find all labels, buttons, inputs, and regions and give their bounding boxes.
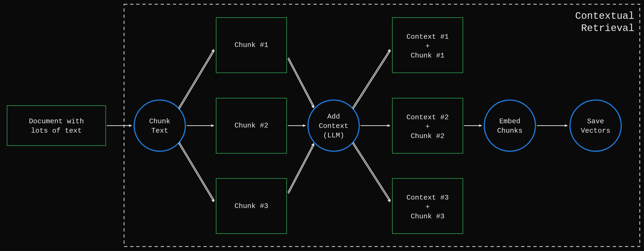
chunk-text-node: Chunk Text: [133, 99, 186, 152]
context-2-plus: +: [426, 123, 430, 131]
embed-chunks-node: Embed Chunks: [484, 99, 536, 152]
document-label-line2: lots of text: [31, 127, 82, 135]
context-chunk-1-node: Context #1 + Chunk #1: [392, 18, 463, 73]
chunk-1-label: Chunk #1: [234, 41, 268, 49]
arrow-chunk3-to-addctx-dup: [288, 144, 314, 194]
add-context-label-line3: (LLM): [323, 131, 344, 139]
context-2-label: Context #2: [406, 113, 449, 121]
save-vectors-label-line2: Vectors: [581, 127, 610, 135]
context-1-plus: +: [426, 42, 430, 50]
context-3-plus: +: [426, 203, 430, 211]
add-context-label-line1: Add: [327, 113, 340, 121]
context-chunk-3-node: Context #3 + Chunk #3: [392, 178, 463, 234]
embed-chunks-label-line1: Embed: [499, 117, 520, 125]
arrow-chunk1-to-addctx-dup: [288, 57, 314, 107]
chunk-text-label-line1: Chunk: [149, 117, 170, 125]
chunk-3-label: Chunk #3: [234, 202, 268, 210]
svg-point-14: [569, 99, 622, 152]
title-line-2: Retrieval: [581, 23, 634, 34]
arrow-chunktext-to-chunk3: [178, 143, 214, 202]
svg-point-2: [133, 99, 186, 152]
chunk-text-label-line2: Text: [151, 127, 168, 135]
arrow-chunktext-to-chunk1: [178, 49, 214, 108]
context-1-chunk: Chunk #1: [411, 52, 444, 60]
chunk-2-label: Chunk #2: [234, 122, 268, 130]
context-3-label: Context #3: [406, 194, 449, 202]
context-2-chunk: Chunk #2: [411, 132, 444, 140]
arrow-chunktext-to-chunk3-dup: [179, 142, 214, 201]
add-context-label-line2: Context: [319, 122, 348, 130]
document-label-line1: Document with: [29, 117, 84, 125]
document-node: Document with lots of text: [7, 106, 106, 146]
save-vectors-label-line1: Save: [587, 117, 604, 125]
embed-chunks-label-line2: Chunks: [497, 127, 522, 135]
context-3-chunk: Chunk #3: [411, 213, 444, 221]
arrow-chunk1-to-addctx: [288, 59, 314, 108]
title-line-1: Contextual: [575, 10, 634, 22]
arrow-addctx-to-ctx3-dup: [353, 142, 391, 201]
svg-rect-0: [7, 106, 106, 146]
arrow-chunktext-to-chunk1-dup: [179, 50, 214, 109]
chunk-3-node: Chunk #3: [216, 178, 287, 234]
save-vectors-node: Save Vectors: [569, 99, 622, 152]
context-chunk-2-node: Context #2 + Chunk #2: [392, 98, 463, 153]
arrow-addctx-to-ctx1: [352, 49, 390, 108]
chunk-2-node: Chunk #2: [216, 98, 287, 153]
arrow-addctx-to-ctx1-dup: [353, 50, 391, 109]
arrow-chunk3-to-addctx: [288, 143, 314, 193]
chunk-1-node: Chunk #1: [216, 18, 287, 73]
context-1-label: Context #1: [406, 33, 449, 41]
arrow-addctx-to-ctx3: [352, 143, 390, 202]
